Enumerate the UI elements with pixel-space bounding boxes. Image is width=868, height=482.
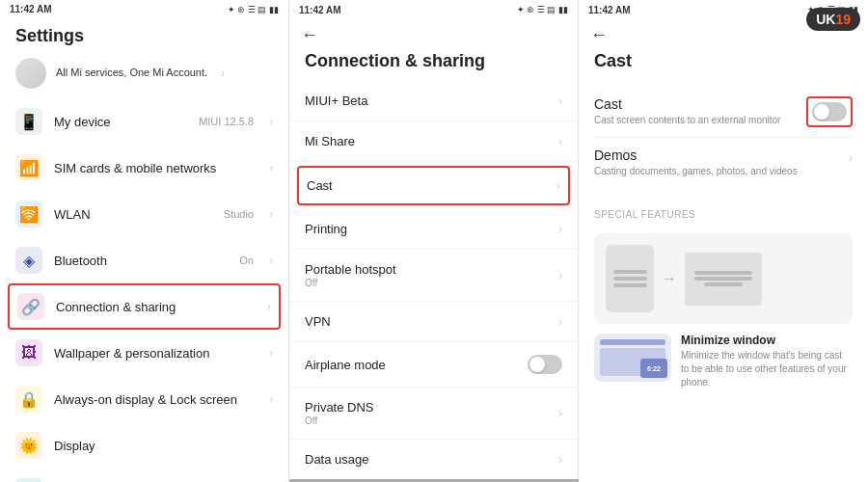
phone-icon [606, 245, 654, 312]
list-content-portable-hotspot: Portable hotspot Off [305, 262, 558, 288]
cast-arrow-icon: → [662, 270, 677, 287]
account-row[interactable]: All Mi services, One Mi Account. › [0, 52, 288, 98]
list-title-portable-hotspot: Portable hotspot [305, 262, 558, 277]
account-title: All Mi services, One Mi Account. [56, 66, 207, 80]
list-chevron-vpn: › [558, 315, 562, 329]
list-title-airplane-mode: Airplane mode [305, 358, 528, 372]
list-chevron-miui-beta: › [558, 94, 562, 108]
time-right: 11:42 AM [588, 5, 631, 15]
menu-item-connection-sharing[interactable]: 🔗 Connection & sharing › [8, 283, 281, 330]
menu-item-display[interactable]: 🌞 Display [0, 422, 288, 469]
menu-icon-bluetooth: ◈ [15, 247, 42, 274]
list-item-printing[interactable]: Printing › [289, 209, 578, 250]
list-content-mi-share: Mi Share [305, 134, 558, 148]
demos-chevron: › [849, 151, 853, 165]
menu-icon-sim-cards: 📶 [15, 154, 42, 181]
menu-icon-wlan: 🛜 [15, 201, 42, 228]
list-item-mi-share[interactable]: Mi Share › [289, 121, 578, 162]
middle-header: ← [289, 19, 578, 51]
menu-label-wlan: WLAN [54, 207, 212, 222]
cast-toggle-box [806, 96, 853, 127]
cast-toggle[interactable] [812, 102, 847, 121]
menu-label-display: Display [54, 439, 273, 453]
menu-chevron-wlan: › [269, 207, 273, 221]
list-chevron-mi-share: › [558, 135, 562, 148]
menu-item-wlan[interactable]: 🛜 WLAN Studio › [0, 191, 288, 237]
logo-19: 19 [835, 12, 851, 27]
list-item-miui-beta[interactable]: MIUI+ Beta › [289, 81, 578, 121]
monitor-line-2 [694, 277, 752, 281]
minimize-illustration: 6:22 [594, 334, 671, 382]
status-bar-middle: 11:42 AM ✦ ⊛ ☰ ▤ ▮▮ [289, 0, 578, 19]
back-button-right[interactable]: ← [590, 25, 608, 45]
menu-item-always-on[interactable]: 🔒 Always-on display & Lock screen › [0, 376, 288, 422]
list-item-portable-hotspot[interactable]: Portable hotspot Off › [289, 250, 578, 302]
menu-value-wlan: Studio [224, 208, 254, 220]
menu-label-always-on: Always-on display & Lock screen [54, 392, 254, 407]
phone-line-1 [613, 270, 647, 274]
logo-text: UK19 [816, 12, 851, 27]
cast-panel: 11:42 AM ✦ ⊛ ☰ ▤ ▮▮ ← Cast Cast Cast scr… [579, 0, 868, 482]
minimize-title: Minimize window [681, 334, 853, 347]
mini-overlay: 6:22 [640, 359, 667, 378]
menu-item-bluetooth[interactable]: ◈ Bluetooth On › [0, 237, 288, 283]
list-title-cast: Cast [307, 178, 556, 193]
menu-label-wallpaper: Wallpaper & personalization [54, 346, 254, 361]
menu-chevron-always-on: › [269, 392, 273, 406]
menu-label-bluetooth: Bluetooth [54, 254, 228, 268]
account-chevron: › [221, 67, 225, 80]
list-title-data-usage: Data usage [305, 452, 558, 467]
list-chevron-printing: › [558, 223, 562, 236]
menu-item-wallpaper[interactable]: 🖼 Wallpaper & personalization › [0, 330, 288, 376]
cast-section: Cast Cast screen contents to an external… [579, 77, 868, 198]
cast-item-content: Cast Cast screen contents to an external… [594, 96, 797, 127]
connection-sharing-panel: 11:42 AM ✦ ⊛ ☰ ▤ ▮▮ ← Connection & shari… [289, 0, 579, 482]
list-title-private-dns: Private DNS [305, 400, 558, 415]
cast-item-title: Cast [594, 96, 797, 112]
list-content-private-dns: Private DNS Off [305, 400, 558, 426]
menu-item-sound-touch[interactable]: 🔊 Sound & touch › [0, 469, 288, 482]
back-button-middle[interactable]: ← [301, 25, 318, 45]
list-title-printing: Printing [305, 222, 558, 236]
connection-sharing-list: MIUI+ Beta › Mi Share › Cast › Printing … [289, 81, 578, 480]
demos-title: Demos [594, 147, 839, 163]
minimize-sub: Minimize the window that's being cast to… [681, 349, 853, 389]
list-content-cast: Cast [307, 178, 556, 193]
list-content-data-usage: Data usage [305, 452, 558, 467]
monitor-line-3 [704, 282, 743, 286]
logo-uk: UK [816, 12, 835, 27]
list-content-printing: Printing [305, 222, 558, 236]
connection-sharing-title: Connection & sharing [289, 51, 578, 81]
menu-value-my-device: MIUI 12.5.8 [199, 116, 254, 127]
menu-label-sim-cards: SIM cards & mobile networks [54, 161, 254, 175]
special-features-label: SPECIAL FEATURES [579, 198, 868, 226]
time-middle: 11:42 AM [299, 5, 341, 15]
minimize-desc: Minimize window Minimize the window that… [681, 334, 853, 389]
list-item-cast[interactable]: Cast › [297, 166, 570, 205]
demos-item[interactable]: Demos Casting documents, games, photos, … [594, 138, 853, 188]
list-title-mi-share: Mi Share [305, 134, 558, 148]
demos-sub: Casting documents, games, photos, and vi… [594, 165, 839, 178]
status-icons-middle: ✦ ⊛ ☰ ▤ ▮▮ [517, 5, 568, 14]
menu-item-sim-cards[interactable]: 📶 SIM cards & mobile networks › [0, 145, 288, 191]
menu-chevron-connection-sharing: › [267, 300, 271, 313]
list-item-airplane-mode[interactable]: Airplane mode [289, 342, 578, 388]
list-chevron-private-dns: › [558, 407, 562, 420]
toggle-airplane-mode[interactable] [528, 355, 562, 374]
menu-label-connection-sharing: Connection & sharing [56, 300, 252, 314]
menu-icon-sound-touch: 🔊 [15, 478, 42, 482]
time-left: 11:42 AM [10, 4, 52, 14]
list-item-vpn[interactable]: VPN › [289, 302, 578, 342]
settings-menu: 📱 My device MIUI 12.5.8 › 📶 SIM cards & … [0, 98, 288, 482]
menu-chevron-my-device: › [269, 115, 273, 128]
list-item-private-dns[interactable]: Private DNS Off › [289, 388, 578, 440]
menu-item-my-device[interactable]: 📱 My device MIUI 12.5.8 › [0, 98, 288, 145]
list-item-data-usage[interactable]: Data usage › [289, 440, 578, 480]
list-title-miui-beta: MIUI+ Beta [305, 94, 558, 108]
logo-overlay: UK19 [806, 8, 860, 31]
menu-icon-wallpaper: 🖼 [15, 339, 42, 366]
status-icons-left: ✦ ⊛ ☰ ▤ ▮▮ [228, 5, 279, 14]
mini-bar [600, 339, 665, 345]
cast-illustration: → [594, 233, 853, 324]
list-title-vpn: VPN [305, 314, 558, 329]
